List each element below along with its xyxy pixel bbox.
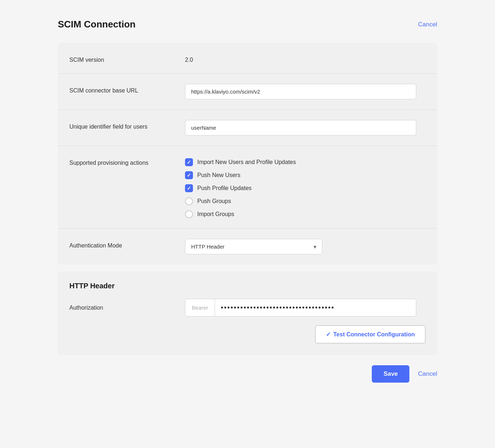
auth-input-group: Bearer xyxy=(185,299,416,316)
scim-version-value: 2.0 xyxy=(185,53,193,63)
unique-identifier-input[interactable] xyxy=(185,120,416,135)
checkbox-label-push-profile-updates: Push Profile Updates xyxy=(197,185,251,191)
page-container: SCIM Connection Cancel SCIM version 2.0 … xyxy=(43,7,452,397)
http-header-title: HTTP Header xyxy=(69,282,426,290)
test-check-icon: ✓ xyxy=(326,331,331,338)
checkbox-label-push-groups: Push Groups xyxy=(197,198,231,204)
checkbox-label-import-new-users: Import New Users and Profile Updates xyxy=(197,159,296,165)
checkbox-label-import-groups: Import Groups xyxy=(197,211,234,217)
scim-url-input[interactable] xyxy=(185,84,416,99)
scim-version-label: SCIM version xyxy=(69,53,185,63)
auth-mode-label: Authentication Mode xyxy=(69,239,185,249)
header-cancel-button[interactable]: Cancel xyxy=(418,21,437,28)
auth-mode-select[interactable]: HTTP Header OAuth Bearer Token Basic Aut… xyxy=(185,239,322,254)
page-title: SCIM Connection xyxy=(58,19,135,30)
unique-identifier-label: Unique identifier field for users xyxy=(69,120,185,130)
footer-cancel-button[interactable]: Cancel xyxy=(418,370,437,378)
http-header-section: HTTP Header Authorization Bearer ✓ Test … xyxy=(58,272,437,355)
checkbox-import-new-users[interactable]: Import New Users and Profile Updates xyxy=(185,158,296,166)
auth-token-input[interactable] xyxy=(215,299,416,316)
auth-mode-row: Authentication Mode HTTP Header OAuth Be… xyxy=(58,229,437,264)
checkbox-checked-icon xyxy=(185,158,193,166)
authorization-row: Authorization Bearer xyxy=(69,299,426,316)
footer-buttons: Save Cancel xyxy=(58,365,437,383)
checkboxes-group: Import New Users and Profile Updates Pus… xyxy=(185,156,296,218)
checkbox-push-profile-updates[interactable]: Push Profile Updates xyxy=(185,184,296,192)
test-connector-label: Test Connector Configuration xyxy=(333,331,415,338)
checkbox-push-new-users[interactable]: Push New Users xyxy=(185,171,296,179)
unique-identifier-row: Unique identifier field for users xyxy=(58,110,437,146)
checkbox-import-groups[interactable]: Import Groups xyxy=(185,210,296,218)
checkbox-checked-icon xyxy=(185,184,193,192)
save-button[interactable]: Save xyxy=(372,365,409,383)
scim-url-row: SCIM connector base URL xyxy=(58,74,437,110)
authorization-label: Authorization xyxy=(69,305,185,311)
provisioning-actions-label: Supported provisioning actions xyxy=(69,156,185,166)
test-connector-button[interactable]: ✓ Test Connector Configuration xyxy=(315,325,426,344)
scim-url-label: SCIM connector base URL xyxy=(69,84,185,94)
checkbox-label-push-new-users: Push New Users xyxy=(197,172,240,178)
checkbox-checked-icon xyxy=(185,171,193,179)
checkbox-unchecked-icon xyxy=(185,197,193,205)
page-header: SCIM Connection Cancel xyxy=(58,19,437,30)
bearer-prefix-label: Bearer xyxy=(185,299,215,316)
scim-version-row: SCIM version 2.0 xyxy=(58,43,437,74)
auth-mode-select-wrapper: HTTP Header OAuth Bearer Token Basic Aut… xyxy=(185,239,322,254)
provisioning-actions-row: Supported provisioning actions Import Ne… xyxy=(58,146,437,229)
main-form-section: SCIM version 2.0 SCIM connector base URL… xyxy=(58,43,437,264)
test-button-row: ✓ Test Connector Configuration xyxy=(69,325,426,344)
checkbox-unchecked-icon xyxy=(185,210,193,218)
checkbox-push-groups[interactable]: Push Groups xyxy=(185,197,296,205)
